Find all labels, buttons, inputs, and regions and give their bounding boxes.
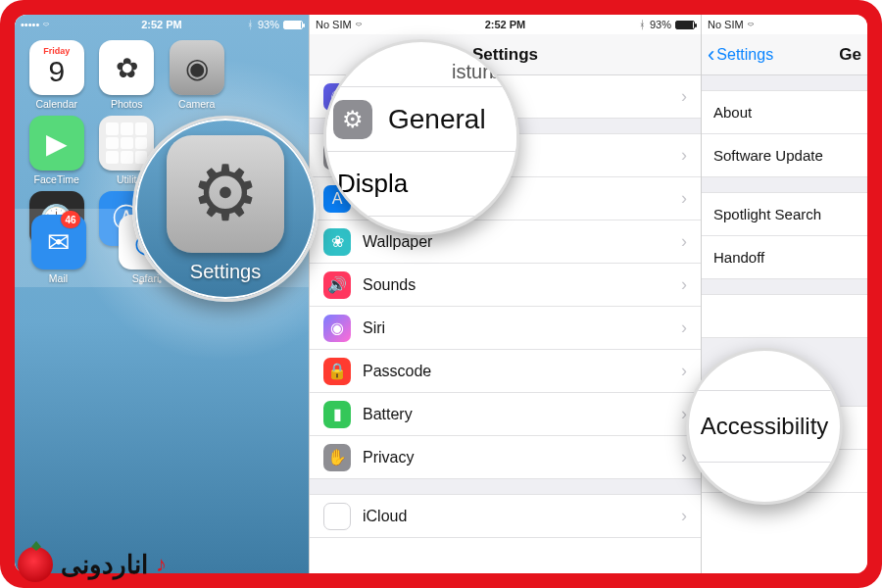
mail-badge: 46 [61, 211, 79, 228]
row-label: Handoff [713, 249, 764, 266]
row-label: Siri [363, 319, 385, 337]
pomegranate-icon [18, 547, 53, 582]
general-row-about[interactable]: About [702, 91, 867, 134]
wifi-icon: ⌔ [748, 20, 754, 30]
app-camera[interactable]: ◉ Camera [165, 40, 229, 110]
app-label: Mail [49, 272, 68, 284]
row-label: Wallpaper [363, 233, 432, 251]
app-label: FaceTime [34, 173, 79, 185]
gear-icon: ⚙ [191, 149, 260, 238]
row-label: Battery [363, 406, 413, 423]
calendar-dayname: Friday [43, 46, 70, 56]
row-label [713, 308, 717, 324]
page-title: Ge [839, 45, 861, 65]
cloud-icon: ☁ [323, 503, 351, 530]
battery-icon [283, 21, 303, 29]
app-label: Calendar [35, 98, 77, 110]
magnifier-accessibility-row: Accessibility [686, 348, 843, 505]
settings-row-siri[interactable]: ◉Siri› [310, 307, 701, 350]
row-label: iCloud [363, 508, 407, 525]
sounds-icon: 🔊 [323, 271, 351, 299]
row-label: Displa [337, 169, 408, 199]
settings-row-wallpaper[interactable]: ❀Wallpaper› [310, 220, 701, 264]
status-bar: No SIM⌔ 2:52 PM ᚼ93% [310, 15, 701, 34]
settings-row-privacy[interactable]: ✋Privacy› [310, 436, 701, 479]
siri-icon: ◉ [323, 315, 351, 342]
gear-icon: ⚙ [333, 100, 372, 139]
settings-row-passcode[interactable]: 🔒Passcode› [310, 350, 701, 393]
wallpaper-icon: ❀ [323, 228, 351, 256]
navbar: ‹Settings Ge [702, 34, 867, 75]
app-calendar[interactable]: Friday 9 Calendar [24, 40, 89, 110]
row-label: General [388, 104, 486, 135]
settings-app-tile[interactable]: ⚙ [167, 135, 284, 253]
back-label: Settings [716, 46, 773, 64]
magnifier-general-row: isturb ⚙ General Displa [323, 39, 519, 235]
dock-app-mail[interactable]: 46 ✉ Mail [31, 215, 86, 284]
app-label: Safari [132, 272, 159, 284]
lock-icon: 🔒 [323, 358, 351, 385]
settings-row-battery[interactable]: ▮Battery› [310, 393, 701, 436]
chevron-right-icon: › [681, 86, 687, 107]
general-row-carplay[interactable] [702, 295, 867, 338]
settings-row-icloud[interactable]: ☁iCloud› [310, 495, 701, 538]
battery-icon [675, 21, 695, 29]
chevron-right-icon: › [681, 447, 687, 467]
status-bar: No SIM⌔ [702, 15, 867, 34]
back-button[interactable]: ‹Settings [708, 46, 773, 64]
panel-home-screen: •••••⌔ 2:52 PM ᚼ93% Friday 9 Calendar [15, 15, 309, 573]
row-label: About [713, 104, 752, 121]
app-label: Camera [178, 98, 215, 110]
hand-icon: ✋ [323, 444, 351, 471]
status-bar: •••••⌔ 2:52 PM ᚼ93% [15, 15, 309, 34]
chevron-right-icon: › [681, 231, 687, 252]
chevron-right-icon: › [681, 318, 687, 338]
row-label: Sounds [363, 276, 416, 294]
camera-icon: ◉ [185, 52, 209, 84]
magnifier-settings-app: ⚙ Settings [132, 116, 318, 302]
bluetooth-icon: ᚼ [639, 19, 646, 30]
app-photos[interactable]: ✿ Photos [95, 40, 160, 110]
bluetooth-icon: ᚼ [247, 19, 254, 30]
settings-row-general[interactable]: ⚙ General [323, 87, 519, 152]
app-label: Photos [111, 98, 143, 110]
general-row-accessibility[interactable]: Accessibility [701, 413, 829, 440]
general-row-handoff[interactable]: Handoff [702, 236, 867, 279]
settings-app-label: Settings [190, 261, 261, 283]
chevron-right-icon: › [681, 361, 687, 381]
row-label: Spotlight Search [713, 206, 821, 222]
chevron-right-icon: › [681, 145, 687, 166]
status-time: 2:52 PM [15, 19, 309, 30]
brand-text: اناردونی [61, 550, 148, 580]
general-row-software-update[interactable]: Software Update [702, 134, 867, 177]
chevron-right-icon: › [681, 188, 687, 209]
music-note-icon: ♪ [156, 552, 167, 577]
general-row-spotlight[interactable]: Spotlight Search [702, 193, 867, 236]
app-label: Utilit [117, 173, 136, 185]
row-label: Privacy [363, 449, 414, 466]
settings-row-sounds[interactable]: 🔊Sounds› [310, 264, 701, 307]
battery-icon: ▮ [323, 401, 351, 428]
mail-icon: ✉ [47, 226, 70, 259]
chevron-right-icon: › [681, 506, 687, 526]
row-label: Passcode [363, 363, 431, 380]
calendar-daynum: 9 [48, 55, 65, 88]
app-facetime[interactable]: ▶ FaceTime [24, 116, 89, 185]
brand-watermark: ♪ اناردونی [18, 547, 167, 582]
carrier-label: No SIM [708, 19, 744, 30]
tutorial-image: •••••⌔ 2:52 PM ᚼ93% Friday 9 Calendar [0, 0, 882, 588]
photos-icon: ✿ [116, 52, 138, 84]
row-label: Software Update [713, 147, 823, 164]
chevron-right-icon: › [681, 274, 687, 295]
facetime-icon: ▶ [46, 127, 68, 160]
